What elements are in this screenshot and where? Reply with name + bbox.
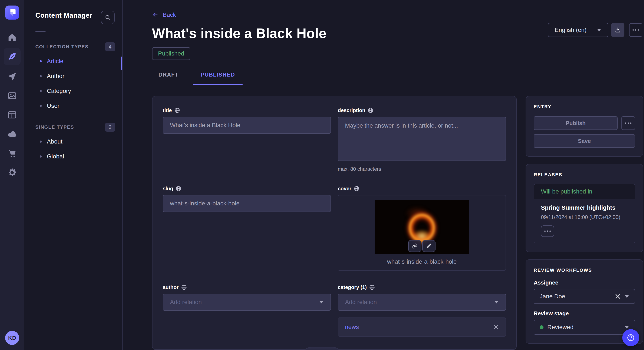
strapi-logo[interactable] <box>5 5 19 19</box>
releases-panel: RELEASES Will be published in Spring Sum… <box>526 164 643 252</box>
status-badge: Published <box>152 47 190 60</box>
back-link[interactable]: Back <box>152 11 176 18</box>
category-relation-select[interactable]: Add relation <box>338 294 506 311</box>
header-controls: English (en) <box>548 23 642 37</box>
app-window: KD Content Manager COLLECTION TYPES 4 Ar… <box>0 0 644 350</box>
globe-icon <box>181 285 187 290</box>
publish-button[interactable]: Publish <box>534 116 618 130</box>
locale-select[interactable]: English (en) <box>548 23 608 37</box>
entry-panel-title: ENTRY <box>534 104 635 110</box>
field-title-label: title <box>163 107 331 113</box>
download-icon <box>614 27 621 33</box>
assignee-value: Jane Doe <box>540 293 611 300</box>
release-name[interactable]: Spring Summer highlights <box>541 204 628 211</box>
author-relation-select[interactable]: Add relation <box>163 294 331 311</box>
entry-form-card: title description Maybe the answe <box>152 96 517 350</box>
send-icon[interactable] <box>7 71 17 82</box>
collection-types-count-badge: 4 <box>105 42 115 51</box>
relation-link[interactable]: news <box>345 324 494 331</box>
main-content: English (en) Back What's inside a Black … <box>123 0 644 350</box>
main-nav-rail: KD <box>0 0 24 350</box>
slug-input[interactable] <box>163 195 331 212</box>
tab-published[interactable]: PUBLISHED <box>193 71 242 85</box>
assignee-select[interactable]: Jane Doe <box>534 289 635 304</box>
cover-image-black-hole <box>374 200 469 254</box>
clear-assignee-icon[interactable] <box>615 294 620 299</box>
single-types-count-badge: 2 <box>105 123 115 132</box>
release-status: Will be published in <box>534 184 635 199</box>
sidebar-item-user[interactable]: User <box>24 98 122 113</box>
back-label: Back <box>163 11 176 18</box>
settings-gear-icon[interactable] <box>7 168 17 178</box>
sidebar-item-global[interactable]: Global <box>24 149 122 164</box>
field-cover: cover <box>338 186 506 271</box>
sidebar-item-label: Global <box>47 153 64 160</box>
bullet-icon <box>40 60 42 62</box>
strapi-logo-icon <box>8 8 16 16</box>
subnav-title: Content Manager <box>35 11 92 19</box>
label-text: slug <box>163 186 173 191</box>
stage-status-dot <box>540 325 544 329</box>
release-body: Spring Summer highlights 09/11/2024 at 1… <box>534 199 635 243</box>
field-description: description Maybe the answer is in this … <box>338 107 506 172</box>
remove-relation-icon[interactable] <box>494 325 499 330</box>
description-textarea[interactable]: Maybe the answer is in this article, or … <box>338 117 506 161</box>
sidebar-item-author[interactable]: Author <box>24 69 122 84</box>
bullet-icon <box>40 156 42 158</box>
sidebar-item-label: Author <box>47 73 64 80</box>
release-card: Will be published in Spring Summer highl… <box>534 184 635 243</box>
sidebar-item-article[interactable]: Article <box>24 54 122 69</box>
sidebar-item-category[interactable]: Category <box>24 84 122 98</box>
edit-asset-button[interactable] <box>422 240 436 252</box>
right-sidebar: ENTRY Publish Save RELEASES Will be publ… <box>526 96 643 344</box>
search-button[interactable] <box>101 11 114 24</box>
bullet-icon <box>40 90 42 92</box>
sidebar-item-label: User <box>47 103 60 109</box>
export-button[interactable] <box>611 23 624 37</box>
sidebar-item-label: About <box>47 138 62 145</box>
cart-icon[interactable] <box>7 149 17 159</box>
save-button[interactable]: Save <box>534 134 635 148</box>
entry-more-button[interactable] <box>622 116 635 130</box>
content-type-builder-icon[interactable] <box>7 110 17 120</box>
assignee-label: Assignee <box>534 279 635 286</box>
help-button[interactable] <box>622 329 639 346</box>
cover-asset-card: what-s-inside-a-black-hole <box>338 195 506 271</box>
pencil-icon <box>426 243 432 249</box>
review-stage-select[interactable]: Reviewed <box>534 320 635 335</box>
field-author-label: author <box>163 284 331 290</box>
description-hint: max. 80 characters <box>338 166 506 172</box>
bullet-icon <box>40 105 42 107</box>
chevron-down-icon <box>319 301 324 304</box>
field-category: category (1) Add relation news <box>338 284 506 337</box>
ellipsis-icon <box>544 230 551 232</box>
cloud-icon[interactable] <box>7 129 17 139</box>
globe-icon <box>176 186 181 191</box>
release-more-button[interactable] <box>541 225 554 237</box>
content-row: title description Maybe the answe <box>152 96 644 350</box>
stage-value: Reviewed <box>547 324 620 331</box>
label-text: author <box>163 284 179 290</box>
chevron-down-icon <box>624 326 629 329</box>
bullet-icon <box>40 141 42 143</box>
arrow-left-icon <box>152 11 159 18</box>
field-author: author Add relation <box>163 284 331 337</box>
copy-link-button[interactable] <box>408 240 422 252</box>
release-date: 09/11/2024 at 16:00 (UTC+02:00) <box>541 214 628 220</box>
floating-action-pill[interactable] <box>302 347 342 350</box>
globe-icon <box>354 186 360 191</box>
user-avatar[interactable]: KD <box>5 331 19 345</box>
tab-draft[interactable]: DRAFT <box>158 71 178 85</box>
question-circle-icon <box>626 334 635 342</box>
media-library-icon[interactable] <box>7 91 17 101</box>
content-manager-subnav: Content Manager COLLECTION TYPES 4 Artic… <box>24 0 123 350</box>
more-options-button[interactable] <box>629 23 642 37</box>
title-input[interactable] <box>163 117 331 134</box>
globe-icon <box>174 108 180 113</box>
label-text: description <box>338 107 365 113</box>
section-label: COLLECTION TYPES <box>35 44 88 49</box>
sidebar-item-about[interactable]: About <box>24 134 122 149</box>
home-icon[interactable] <box>7 32 17 42</box>
field-category-label: category (1) <box>338 284 506 290</box>
content-manager-nav-tile[interactable] <box>4 48 21 65</box>
